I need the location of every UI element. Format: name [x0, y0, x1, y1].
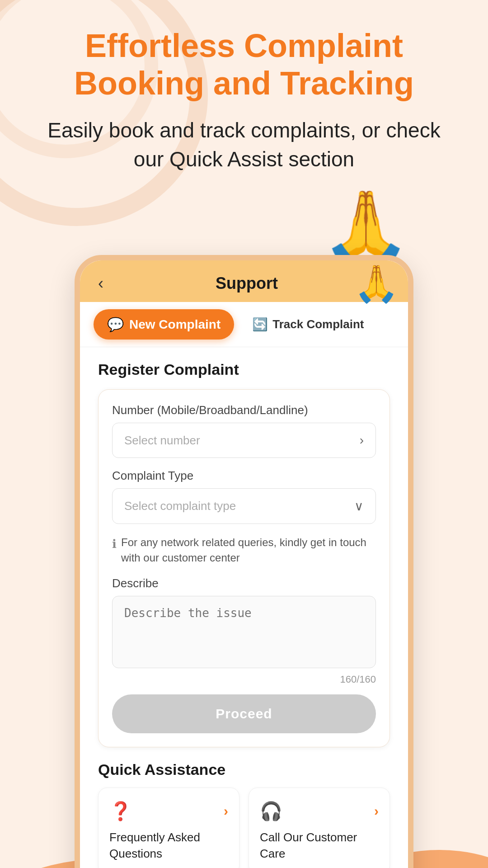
faq-icon: ❓	[109, 801, 132, 822]
register-complaint-section: Register Complaint Number (Mobile/Broadb…	[98, 361, 390, 747]
chevron-right-icon: ›	[360, 433, 364, 448]
new-complaint-label: New Complaint	[129, 317, 221, 332]
hero-title: Effortless Complaint Booking and Trackin…	[36, 27, 452, 102]
call-care-arrow-icon: ›	[374, 803, 379, 819]
quick-assistance-title: Quick Assistance	[98, 761, 390, 778]
char-count: 160/160	[112, 674, 376, 685]
complaint-type-placeholder: Select complaint type	[124, 499, 236, 513]
complaint-type-select[interactable]: Select complaint type ∨	[112, 488, 376, 524]
tab-new-complaint[interactable]: 💬 New Complaint	[94, 309, 234, 340]
complaint-form-card: Number (Mobile/Broadband/Landline) Selec…	[98, 389, 390, 747]
hero-section: Effortless Complaint Booking and Trackin…	[0, 0, 488, 192]
quick-cards-container: ❓ › Frequently Asked Questions 🎧 › Call …	[98, 788, 390, 868]
page-title: Support	[103, 274, 390, 293]
headphone-icon: 🎧	[260, 801, 282, 822]
proceed-button[interactable]: Proceed	[112, 694, 376, 733]
describe-label: Describe	[112, 576, 376, 590]
quick-assistance-section: Quick Assistance ❓ › Frequently Asked Qu…	[98, 761, 390, 868]
number-field-label: Number (Mobile/Broadband/Landline)	[112, 403, 376, 417]
tab-bar: 💬 New Complaint 🔄 Track Complaint	[80, 302, 408, 347]
call-care-card[interactable]: 🎧 › Call Our Customer Care	[249, 788, 390, 868]
track-label: Track Complaint	[272, 317, 364, 331]
network-hint: ℹ For any network related queries, kindl…	[112, 535, 376, 565]
phone-mockup: ‹ Support 🙏 💬 New Complaint 🔄 Track Comp…	[75, 255, 413, 868]
call-care-label: Call Our Customer Care	[260, 829, 379, 862]
number-select[interactable]: Select number ›	[112, 423, 376, 458]
new-complaint-icon: 💬	[107, 316, 124, 332]
faq-arrow-icon: ›	[224, 803, 228, 819]
faq-card-header: ❓ ›	[109, 801, 228, 822]
tab-track-complaint[interactable]: 🔄 Track Complaint	[243, 309, 373, 340]
describe-textarea[interactable]	[112, 596, 376, 668]
back-button[interactable]: ‹	[98, 274, 103, 293]
register-complaint-title: Register Complaint	[98, 361, 390, 378]
hint-text-content: For any network related queries, kindly …	[121, 535, 376, 565]
faq-card[interactable]: ❓ › Frequently Asked Questions	[98, 788, 239, 868]
faq-label: Frequently Asked Questions	[109, 829, 228, 862]
call-care-header: 🎧 ›	[260, 801, 379, 822]
complaint-type-label: Complaint Type	[112, 469, 376, 483]
phone-frame: ‹ Support 🙏 💬 New Complaint 🔄 Track Comp…	[75, 255, 413, 868]
chevron-down-icon: ∨	[354, 499, 364, 514]
track-icon: 🔄	[252, 317, 268, 332]
phone-header: ‹ Support 🙏	[80, 260, 408, 302]
number-placeholder: Select number	[124, 434, 200, 448]
assistant-character-top: 🙏	[321, 192, 411, 264]
assistant-character-header: 🙏	[354, 266, 399, 302]
info-icon: ℹ	[112, 536, 117, 552]
hero-subtitle: Easily book and track complaints, or che…	[36, 116, 452, 174]
phone-content: Register Complaint Number (Mobile/Broadb…	[80, 347, 408, 868]
